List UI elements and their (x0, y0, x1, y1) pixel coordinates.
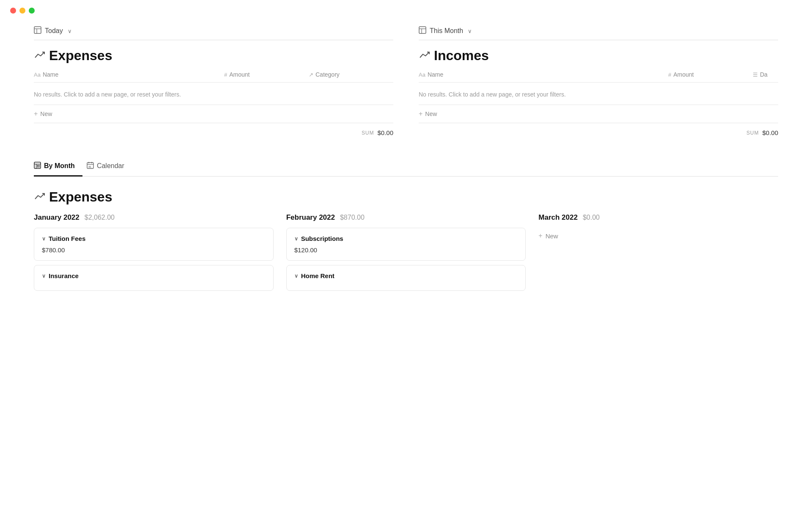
fullscreen-button[interactable] (29, 8, 35, 14)
this-month-label: This Month (430, 27, 463, 35)
insurance-title: ∨ Insurance (42, 272, 266, 279)
col-category-left: ↗ Category (309, 71, 393, 78)
incomes-this-month-header[interactable]: This Month ∨ (419, 26, 778, 36)
col-name-left: Aa Name (34, 71, 224, 78)
month-col-january: January 2022 $2,062.00 ∨ Tuition Fees $7… (34, 213, 274, 295)
home-rent-card[interactable]: ∨ Home Rent (286, 265, 526, 291)
tab-calendar-label: Calendar (97, 162, 124, 170)
amount-col-icon-right: # (668, 72, 671, 78)
tuition-fees-card[interactable]: ∨ Tuition Fees $780.00 (34, 228, 274, 261)
tab-by-month[interactable]: By Month (34, 157, 82, 177)
new-label-left: New (40, 110, 52, 117)
by-month-expenses-icon (34, 191, 46, 203)
amount-col-icon-left: # (224, 72, 227, 78)
svg-rect-11 (37, 166, 38, 168)
march-amount: $0.00 (583, 214, 600, 221)
expenses-icon-left (34, 50, 46, 62)
march-plus-icon: + (538, 232, 542, 240)
table-icon-right (419, 26, 426, 36)
month-col-march: March 2022 $0.00 + New (538, 213, 778, 295)
close-button[interactable] (10, 8, 16, 14)
sum-value-right: $0.00 (762, 129, 778, 136)
march-name: March 2022 (538, 213, 578, 222)
sum-label-right: SUM (746, 130, 759, 136)
tabs-area: By Month 31 Calendar (34, 157, 778, 177)
date-col-label-right: Da (760, 71, 768, 78)
this-month-dropdown-arrow[interactable]: ∨ (468, 28, 472, 34)
amount-col-label-right: Amount (673, 71, 694, 78)
col-date-right: ☰ Da (753, 71, 778, 78)
march-new-label: New (546, 232, 558, 240)
minimize-button[interactable] (19, 8, 25, 14)
incomes-icon-right (419, 50, 431, 62)
sum-value-left: $0.00 (377, 129, 393, 136)
home-rent-chevron: ∨ (294, 273, 298, 279)
today-label: Today (45, 27, 63, 35)
panel-divider-right (419, 40, 778, 40)
amount-col-label-left: Amount (229, 71, 250, 78)
expenses-title-text: Expenses (49, 48, 112, 64)
tabs-row: By Month 31 Calendar (34, 157, 778, 177)
svg-text:31: 31 (88, 166, 91, 168)
name-col-label-right: Name (428, 71, 443, 78)
month-columns: January 2022 $2,062.00 ∨ Tuition Fees $7… (34, 213, 778, 295)
month-col-february: February 2022 $870.00 ∨ Subscriptions $1… (286, 213, 526, 295)
expenses-today-panel: Today ∨ Expenses Aa Name (34, 26, 393, 136)
february-name: February 2022 (286, 213, 335, 222)
tuition-chevron: ∨ (42, 236, 46, 242)
home-rent-title: ∨ Home Rent (294, 272, 518, 279)
table-icon-left (34, 26, 41, 36)
date-col-icon-right: ☰ (753, 72, 758, 78)
subscriptions-chevron: ∨ (294, 236, 298, 242)
sum-label-left: SUM (362, 130, 374, 136)
expenses-section-title: Expenses (34, 48, 393, 64)
new-row-right[interactable]: + New (419, 105, 778, 123)
february-amount: $870.00 (340, 214, 365, 221)
incomes-title-text: Incomes (434, 48, 489, 64)
category-col-icon-left: ↗ (309, 72, 313, 78)
today-dropdown-arrow[interactable]: ∨ (68, 28, 72, 34)
incomes-this-month-panel: This Month ∨ Incomes Aa Name (419, 26, 778, 136)
svg-rect-10 (38, 165, 40, 166)
category-col-label-left: Category (315, 71, 340, 78)
no-results-right[interactable]: No results. Click to add a new page, or … (419, 84, 778, 105)
new-label-right: New (425, 110, 437, 117)
by-month-expenses-title: Expenses (34, 189, 778, 205)
new-row-left[interactable]: + New (34, 105, 393, 123)
by-month-expenses-title-text: Expenses (49, 189, 112, 205)
name-col-icon-left: Aa (34, 72, 41, 78)
no-results-left[interactable]: No results. Click to add a new page, or … (34, 84, 393, 105)
svg-rect-9 (37, 165, 38, 166)
panel-divider-left (34, 40, 393, 40)
expenses-today-header[interactable]: Today ∨ (34, 26, 393, 36)
subscriptions-card[interactable]: ∨ Subscriptions $120.00 (286, 228, 526, 261)
january-header: January 2022 $2,062.00 (34, 213, 274, 222)
subscriptions-amount: $120.00 (294, 246, 518, 254)
tab-calendar[interactable]: 31 Calendar (87, 157, 132, 177)
by-month-tab-icon (34, 162, 41, 170)
insurance-card[interactable]: ∨ Insurance (34, 265, 274, 291)
plus-icon-right: + (419, 110, 422, 118)
january-name: January 2022 (34, 213, 80, 222)
incomes-section-title: Incomes (419, 48, 778, 64)
svg-rect-12 (38, 166, 40, 168)
titlebar (0, 0, 812, 18)
col-amount-left: # Amount (224, 71, 309, 78)
by-month-expenses-section: Expenses January 2022 $2,062.00 ∨ Tuitio… (34, 189, 778, 295)
tuition-fees-title: ∨ Tuition Fees (42, 235, 266, 242)
col-name-right: Aa Name (419, 71, 668, 78)
march-new-button[interactable]: + New (538, 228, 778, 244)
main-content: Today ∨ Expenses Aa Name (0, 18, 812, 312)
sum-row-left: SUM $0.00 (34, 123, 393, 136)
tab-by-month-label: By Month (44, 162, 75, 170)
plus-icon-left: + (34, 110, 38, 118)
top-panels: Today ∨ Expenses Aa Name (34, 26, 778, 136)
subscriptions-title: ∨ Subscriptions (294, 235, 518, 242)
incomes-columns-right: Aa Name # Amount ☰ Da (419, 71, 778, 83)
col-amount-right: # Amount (668, 71, 753, 78)
january-amount: $2,062.00 (85, 214, 115, 221)
name-col-label-left: Name (43, 71, 58, 78)
tuition-fees-amount: $780.00 (42, 246, 266, 254)
february-header: February 2022 $870.00 (286, 213, 526, 222)
svg-rect-0 (34, 27, 41, 33)
